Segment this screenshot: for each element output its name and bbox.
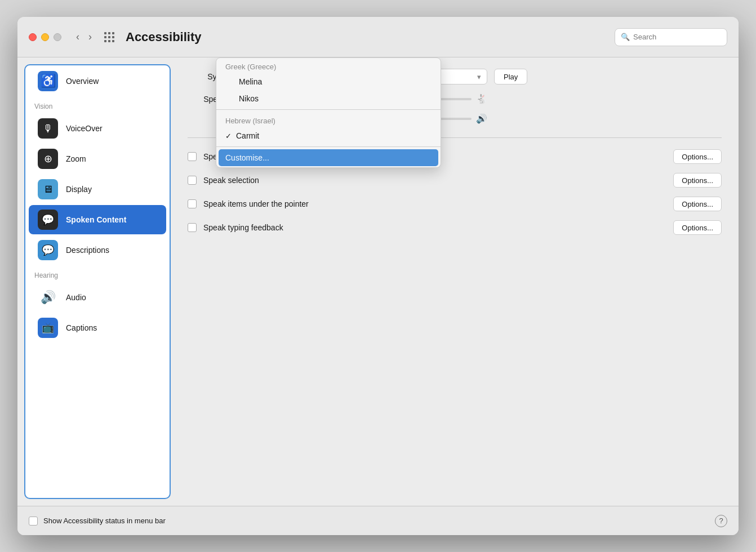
sidebar-item-display[interactable]: 🖥 Display: [29, 175, 166, 204]
dropdown-item-nikos[interactable]: Nikos: [216, 90, 441, 107]
speak-items-pointer-label: Speak items under the pointer: [203, 199, 309, 208]
speak-items-pointer-row: Speak items under the pointer Options...: [188, 197, 722, 211]
sidebar-item-zoom[interactable]: ⊕ Zoom: [29, 144, 166, 173]
minimize-button[interactable]: [41, 33, 49, 41]
hebrew-section-label: Hebrew (Israel): [216, 112, 441, 127]
play-button[interactable]: Play: [494, 69, 527, 84]
speak-items-pointer-left: Speak items under the pointer: [188, 199, 309, 208]
titlebar: ‹ › Accessibility 🔍: [17, 17, 739, 57]
speak-typing-checkbox[interactable]: [188, 223, 197, 232]
sidebar-item-label: Zoom: [66, 154, 86, 163]
sidebar-item-spoken-content[interactable]: 💬 Spoken Content: [29, 205, 166, 234]
dropdown-overlay: Greek (Greece) Melina Nikos Hebrew (Isra…: [171, 57, 739, 506]
search-box[interactable]: 🔍: [615, 28, 727, 46]
sidebar-item-descriptions[interactable]: 💬 Descriptions: [29, 235, 166, 265]
speak-typing-row: Speak typing feedback Options...: [188, 220, 722, 235]
sidebar-item-label: VoiceOver: [66, 124, 103, 133]
sidebar-item-voiceover[interactable]: 🎙 VoiceOver: [29, 114, 166, 143]
window-title: Accessibility: [126, 30, 202, 44]
speak-announcements-checkbox[interactable]: [188, 152, 197, 161]
sidebar-item-label: Spoken Content: [66, 215, 126, 224]
customise-label: Customise...: [225, 153, 269, 162]
speak-typing-options-button[interactable]: Options...: [673, 220, 722, 235]
accessibility-status-checkbox[interactable]: [29, 517, 38, 526]
search-icon: 🔍: [621, 33, 630, 41]
sidebar-item-captions[interactable]: 📺 Captions: [29, 313, 166, 342]
dropdown-item-melina[interactable]: Melina: [216, 73, 441, 90]
speak-typing-left: Speak typing feedback: [188, 223, 283, 232]
greek-section-label: Greek (Greece): [216, 58, 441, 73]
dropdown-separator-2: [216, 146, 441, 147]
main-content: ♿ Overview Vision 🎙 VoiceOver ⊕ Zoom 🖥 D…: [17, 57, 739, 506]
sidebar-item-label: Overview: [66, 77, 99, 86]
dropdown-item-label: Nikos: [239, 94, 259, 103]
nav-arrows: ‹ ›: [73, 30, 95, 44]
accessibility-status-label: Show Accessibility status in menu bar: [43, 517, 166, 525]
dropdown-item-customise[interactable]: Customise...: [219, 149, 438, 166]
speak-announcements-options-button[interactable]: Options...: [673, 149, 722, 164]
selected-checkmark-icon: ✓: [225, 132, 232, 140]
close-button[interactable]: [29, 33, 37, 41]
bottom-bar: Show Accessibility status in menu bar ?: [17, 506, 739, 535]
volume-high-icon: 🔊: [476, 113, 487, 124]
sidebar-item-label: Descriptions: [66, 246, 109, 255]
captions-icon: 📺: [38, 318, 58, 338]
display-icon: 🖥: [38, 179, 58, 199]
sidebar-item-label: Audio: [66, 293, 86, 302]
audio-icon: 🔊: [38, 287, 58, 308]
descriptions-icon: 💬: [38, 240, 58, 260]
fast-speed-icon: 🐇: [476, 94, 487, 104]
hearing-section-label: Hearing: [25, 266, 170, 282]
speak-typing-label: Speak typing feedback: [203, 223, 283, 232]
traffic-lights: [29, 33, 61, 41]
dropdown-item-carmit[interactable]: ✓ Carmit: [216, 127, 441, 144]
chevron-down-icon: ▾: [477, 73, 481, 81]
sidebar-item-label: Captions: [66, 323, 97, 332]
forward-button[interactable]: ›: [85, 30, 95, 44]
fullscreen-button[interactable]: [54, 33, 61, 41]
dropdown-separator: [216, 109, 441, 110]
back-button[interactable]: ‹: [73, 30, 83, 44]
voice-dropdown-menu[interactable]: Greek (Greece) Melina Nikos Hebrew (Isra…: [216, 57, 441, 168]
spoken-content-icon: 💬: [38, 210, 58, 230]
main-window: ‹ › Accessibility 🔍 ♿ Overview Vision: [17, 17, 739, 535]
overview-icon: ♿: [38, 71, 58, 91]
sidebar-item-label: Display: [66, 185, 92, 194]
sidebar-item-audio[interactable]: 🔊 Audio: [29, 283, 166, 312]
help-button[interactable]: ?: [715, 515, 727, 527]
search-input[interactable]: [633, 33, 721, 41]
sidebar: ♿ Overview Vision 🎙 VoiceOver ⊕ Zoom 🖥 D…: [24, 64, 171, 499]
speak-items-pointer-checkbox[interactable]: [188, 199, 197, 208]
sidebar-item-overview[interactable]: ♿ Overview: [29, 66, 166, 96]
speak-selection-label: Speak selection: [203, 176, 259, 185]
dropdown-item-label: Melina: [239, 77, 262, 86]
speak-selection-left: Speak selection: [188, 176, 259, 185]
accessibility-status-checkbox-row: Show Accessibility status in menu bar: [29, 517, 166, 526]
zoom-icon: ⊕: [38, 149, 58, 169]
speak-selection-options-button[interactable]: Options...: [673, 173, 722, 188]
apps-grid-icon[interactable]: [104, 32, 114, 42]
vision-section-label: Vision: [25, 97, 170, 113]
speak-selection-row: Speak selection Options...: [188, 173, 722, 188]
speak-selection-checkbox[interactable]: [188, 176, 197, 185]
dropdown-item-label: Carmit: [236, 131, 259, 140]
speak-items-pointer-options-button[interactable]: Options...: [673, 197, 722, 211]
voiceover-icon: 🎙: [38, 118, 58, 139]
right-panel: System Voice Carmit ▾ Play Speaking Rate…: [171, 57, 739, 506]
